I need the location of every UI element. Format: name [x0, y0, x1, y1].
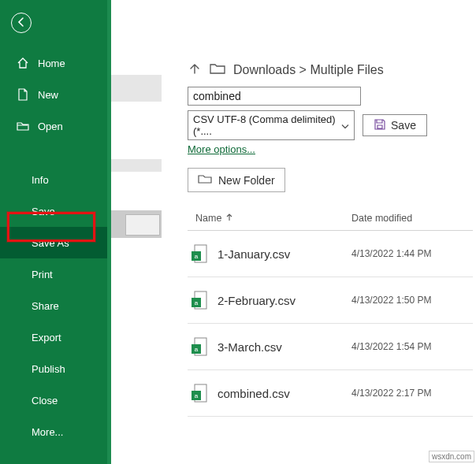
- breadcrumb-path[interactable]: Downloads > Multiple Files: [233, 63, 384, 77]
- nav-new-label: New: [38, 89, 58, 101]
- nav-home-label: Home: [38, 58, 65, 69]
- nav-open-label: Open: [38, 121, 63, 132]
- header-date[interactable]: Date modified: [351, 213, 470, 224]
- svg-text:a: a: [195, 346, 199, 353]
- new-folder-icon: [198, 173, 212, 187]
- save-as-panel: Downloads > Multiple Files CSV UTF-8 (Co…: [188, 61, 473, 464]
- nav-info[interactable]: Info: [0, 164, 107, 195]
- folder-open-icon: [16, 121, 30, 132]
- folder-icon: [210, 62, 225, 78]
- backstage-sidebar: Home New Open Info Save Save As Print Sh…: [0, 0, 107, 464]
- file-date: 4/13/2022 1:54 PM: [351, 341, 470, 352]
- nav-home[interactable]: Home: [0, 47, 107, 79]
- nav-more-label: More...: [32, 426, 63, 438]
- save-button-label: Save: [391, 119, 416, 132]
- nav-open[interactable]: Open: [0, 110, 107, 142]
- middle-panel-cropped: [111, 0, 162, 464]
- nav-info-label: Info: [32, 174, 49, 186]
- excel-csv-icon: a: [191, 243, 208, 264]
- back-button[interactable]: [11, 13, 32, 33]
- new-folder-label: New Folder: [218, 174, 275, 187]
- filetype-value: CSV UTF-8 (Comma delimited) (*....: [193, 113, 336, 137]
- watermark: wsxdn.com: [429, 451, 474, 462]
- file-date: 4/13/2022 1:44 PM: [351, 248, 470, 259]
- nav-share-label: Share: [32, 300, 59, 312]
- nav-publish-label: Publish: [32, 363, 65, 375]
- filename-input[interactable]: [188, 87, 361, 106]
- file-row[interactable]: a 2-February.csv 4/13/2022 1:50 PM: [188, 277, 473, 324]
- nav-print-label: Print: [32, 269, 53, 280]
- file-date: 4/13/2022 2:17 PM: [351, 388, 470, 399]
- excel-csv-icon: a: [191, 336, 208, 357]
- up-arrow-icon[interactable]: [188, 61, 202, 79]
- nav-save-as[interactable]: Save As: [0, 227, 107, 258]
- nav-print[interactable]: Print: [0, 258, 107, 290]
- arrow-left-icon: [16, 17, 27, 30]
- nav-save-label: Save: [32, 206, 55, 217]
- document-icon: [16, 88, 30, 101]
- nav-save[interactable]: Save: [0, 195, 107, 227]
- nav-share[interactable]: Share: [0, 290, 107, 321]
- nav-close[interactable]: Close: [0, 384, 107, 416]
- file-list-header: Name Date modified: [188, 206, 473, 231]
- chevron-down-icon: [341, 120, 349, 132]
- nav-more[interactable]: More...: [0, 416, 107, 447]
- nav-publish[interactable]: Publish: [0, 353, 107, 384]
- file-name: combined.csv: [208, 387, 351, 400]
- nav-new[interactable]: New: [0, 79, 107, 110]
- sort-asc-icon: [226, 213, 232, 224]
- file-date: 4/13/2022 1:50 PM: [351, 295, 470, 306]
- file-name: 1-January.csv: [208, 247, 351, 261]
- file-name: 3-March.csv: [208, 340, 351, 354]
- file-row[interactable]: a 3-March.csv 4/13/2022 1:54 PM: [188, 324, 473, 370]
- file-name: 2-February.csv: [208, 294, 351, 307]
- excel-csv-icon: a: [191, 290, 208, 310]
- more-options-link[interactable]: More options...: [188, 143, 255, 155]
- svg-text:a: a: [195, 392, 199, 399]
- save-disk-icon: [374, 118, 386, 133]
- filetype-dropdown[interactable]: CSV UTF-8 (Comma delimited) (*....: [188, 110, 355, 140]
- file-row[interactable]: a combined.csv 4/13/2022 2:17 PM: [188, 370, 473, 417]
- nav-close-label: Close: [32, 395, 58, 406]
- nav-saveas-label: Save As: [32, 237, 69, 249]
- nav-export[interactable]: Export: [0, 321, 107, 353]
- svg-text:a: a: [195, 253, 199, 260]
- excel-csv-icon: a: [191, 383, 208, 403]
- nav-export-label: Export: [32, 332, 61, 343]
- new-folder-button[interactable]: New Folder: [188, 168, 285, 192]
- save-button[interactable]: Save: [363, 114, 427, 136]
- svg-text:a: a: [195, 299, 199, 306]
- breadcrumb: Downloads > Multiple Files: [188, 61, 473, 79]
- file-row[interactable]: a 1-January.csv 4/13/2022 1:44 PM: [188, 231, 473, 277]
- home-icon: [16, 57, 30, 69]
- header-name[interactable]: Name: [191, 213, 351, 224]
